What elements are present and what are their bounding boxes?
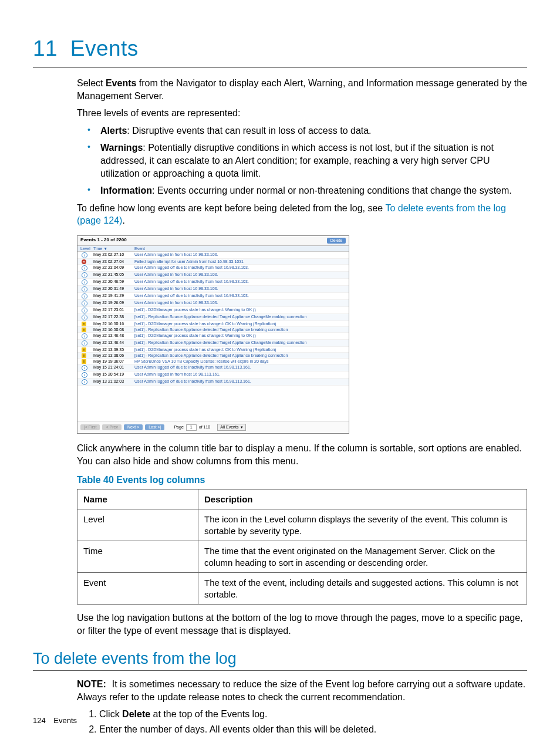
page-number: 124 xyxy=(33,716,46,725)
note-paragraph: NOTE:It is sometimes necessary to reduce… xyxy=(77,678,527,703)
level-cell: i xyxy=(80,315,93,320)
level-cell: i xyxy=(80,286,93,292)
figure-title: Events 1 - 20 of 2200 xyxy=(80,238,127,243)
figure-gap xyxy=(77,386,349,421)
time-cell: May 13 21:02:03 xyxy=(93,379,134,385)
delete-button[interactable]: Delete xyxy=(327,238,346,244)
table-row[interactable]: iMay 22 17:23:01[set1] - D2DManager proc… xyxy=(77,307,349,314)
table-row[interactable]: iMay 22 19:26:09User Admin logged in fro… xyxy=(77,300,349,307)
page-footer: 124 Events xyxy=(33,716,77,725)
col-time[interactable]: Time ▼ xyxy=(93,247,134,251)
table-row: Level The icon in the Level column displ… xyxy=(77,509,527,541)
level-cell: i xyxy=(80,272,93,278)
table-row[interactable]: iMay 13 21:02:03User Admin logged off du… xyxy=(77,379,349,386)
table-row[interactable]: !May 22 13:38:06[set1] - Replication Sou… xyxy=(77,353,349,359)
level-cell: i xyxy=(80,252,93,258)
note-text: It is sometimes necessary to reduce the … xyxy=(77,679,525,702)
event-cell: Failed login attempt for user Admin from… xyxy=(134,259,346,264)
event-cell: [set1] - D2DManager process state has ch… xyxy=(134,308,346,313)
event-cell: [set1] - Replication Source Appliance de… xyxy=(134,315,346,320)
table-row[interactable]: iMay 22 20:31:49User Admin logged in fro… xyxy=(77,286,349,293)
time-cell: May 22 13:39:35 xyxy=(93,347,134,352)
text: Enter the number of days. All events old… xyxy=(99,724,376,734)
text: from the Navigator to display each Alert… xyxy=(77,78,527,101)
text: : Disruptive events that can result in l… xyxy=(127,126,371,136)
figure-rows: iMay 23 02:27:10User Admin logged in fro… xyxy=(77,252,349,386)
cell-desc: The icon in the Level column displays th… xyxy=(198,509,527,541)
level-cell: i xyxy=(80,293,93,299)
table-row[interactable]: iMay 22 17:22:38[set1] - Replication Sou… xyxy=(77,314,349,321)
level-cell: i xyxy=(80,279,93,285)
time-cell: May 22 21:45:05 xyxy=(93,272,134,278)
term: Alerts xyxy=(100,126,127,136)
table-row[interactable]: !May 22 13:39:35[set1] - D2DManager proc… xyxy=(77,347,349,353)
divider xyxy=(33,670,527,671)
alert-icon: × xyxy=(82,259,86,264)
filter-select[interactable]: All Events ▾ xyxy=(217,424,246,431)
table-row[interactable]: iMay 15 21:24:01User Admin logged off du… xyxy=(77,364,349,372)
table-row[interactable]: iMay 22 13:46:48[set1] - D2DManager proc… xyxy=(77,333,349,340)
info-icon: i xyxy=(82,252,87,258)
warn-icon: ! xyxy=(82,328,86,332)
event-cell: User Admin logged in from host 16.98.33.… xyxy=(134,272,346,278)
text: . xyxy=(122,215,124,225)
time-cell: May 22 13:46:44 xyxy=(93,340,134,346)
section-title: To delete events from the log xyxy=(33,650,527,668)
footer-label: Events xyxy=(53,716,77,725)
info-icon: i xyxy=(82,293,87,299)
events-term: Events xyxy=(106,78,136,88)
event-cell: User Admin logged off due to inactivity … xyxy=(134,379,346,385)
page-input[interactable]: 1 xyxy=(186,424,197,431)
divider xyxy=(33,67,527,67)
first-button: |< First xyxy=(80,424,100,430)
time-cell: May 23 02:27:10 xyxy=(93,252,134,258)
level-cell: × xyxy=(80,259,93,264)
event-cell: User Admin logged off due to inactivity … xyxy=(134,365,346,371)
table-row[interactable]: iMay 23 02:27:10User Admin logged in fro… xyxy=(77,252,349,259)
info-icon: i xyxy=(82,286,87,292)
chapter-name: Events xyxy=(70,36,139,60)
col-event[interactable]: Event xyxy=(134,247,346,251)
table-row[interactable]: iMay 22 23:04:09User Admin logged off du… xyxy=(77,265,349,272)
level-cell: ! xyxy=(80,322,93,326)
events-log-figure: Events 1 - 20 of 2200 Delete Level Time … xyxy=(77,235,349,434)
table-row[interactable]: iMay 22 20:46:59User Admin logged off du… xyxy=(77,279,349,286)
column-header-row[interactable]: Level Time ▼ Event xyxy=(77,246,349,252)
table-row[interactable]: iMay 15 20:54:19User Admin logged in fro… xyxy=(77,372,349,379)
table-row[interactable]: iMay 22 21:45:05User Admin logged in fro… xyxy=(77,272,349,279)
term: Warnings xyxy=(100,143,143,153)
last-button[interactable]: Last >| xyxy=(145,424,164,430)
list-item: Alerts: Disruptive events that can resul… xyxy=(77,124,527,137)
next-button[interactable]: Next > xyxy=(124,424,143,430)
table-row[interactable]: iMay 22 13:46:44[set1] - Replication Sou… xyxy=(77,340,349,347)
event-cell: User Admin logged in from host 16.98.33.… xyxy=(134,301,346,306)
time-cell: May 22 19:26:09 xyxy=(93,301,134,306)
cell-desc: The text of the event, including details… xyxy=(198,573,527,605)
prev-button: < Prev xyxy=(102,424,121,430)
time-cell: May 22 17:22:38 xyxy=(93,315,134,320)
col-level[interactable]: Level xyxy=(80,247,93,251)
level-cell: i xyxy=(80,340,93,346)
after-table-paragraph: Use the log navigation buttons at the bo… xyxy=(77,612,527,637)
info-icon: i xyxy=(82,308,87,313)
page-total: of 110 xyxy=(199,425,210,430)
info-icon: i xyxy=(82,365,87,371)
table-row[interactable]: !May 22 16:50:16[set1] - D2DManager proc… xyxy=(77,321,349,327)
time-cell: May 19 19:36:07 xyxy=(93,359,134,364)
table-row: Event The text of the event, including d… xyxy=(77,573,527,605)
table-row[interactable]: !May 19 19:36:07HP StoreOnce VSA 10 TB C… xyxy=(77,359,349,364)
filter-value: All Events xyxy=(220,425,238,430)
event-cell: User Admin logged off due to inactivity … xyxy=(134,279,346,285)
intro-paragraph-2: Three levels of events are represented: xyxy=(77,107,527,120)
cell-name: Time xyxy=(77,541,198,573)
level-cell: i xyxy=(80,301,93,306)
text: Click xyxy=(99,709,122,719)
event-cell: [set1] - Replication Source Appliance de… xyxy=(134,340,346,346)
text: : Events occurring under normal or non-t… xyxy=(152,185,512,195)
table-row[interactable]: iMay 22 19:41:29User Admin logged off du… xyxy=(77,293,349,300)
table-row[interactable]: !May 22 16:50:08[set1] - Replication Sou… xyxy=(77,327,349,333)
event-cell: HP StoreOnce VSA 10 TB Capacity License:… xyxy=(134,359,346,364)
table-row[interactable]: ×May 23 02:27:04Failed login attempt for… xyxy=(77,259,349,265)
info-icon: i xyxy=(82,272,87,278)
event-cell: [set1] - D2DManager process state has ch… xyxy=(134,347,346,352)
